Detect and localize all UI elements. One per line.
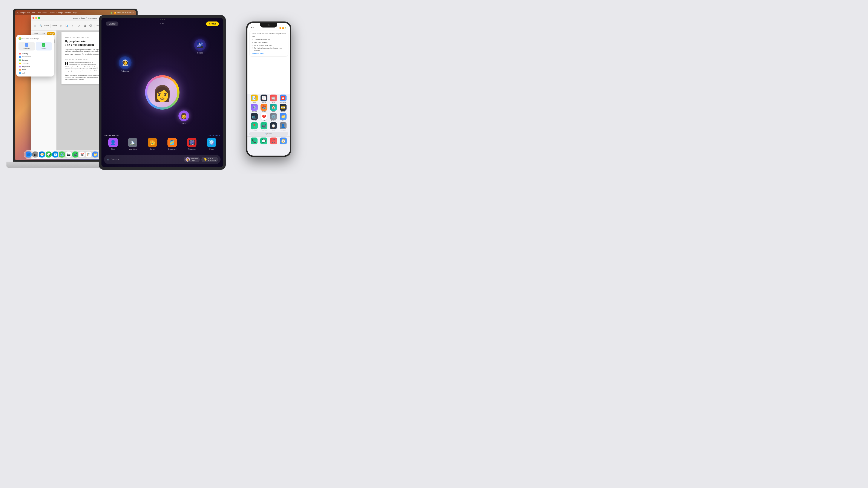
dock-safari[interactable]: 🧭 bbox=[279, 137, 288, 144]
menu-view[interactable]: View bbox=[37, 11, 41, 14]
tab-style[interactable]: Style bbox=[32, 32, 39, 35]
user-guide-link[interactable]: iPhone User Guide bbox=[252, 53, 286, 55]
app-health[interactable]: ❤️ Health bbox=[260, 113, 268, 121]
app-notes[interactable]: 📝 Notes bbox=[250, 95, 258, 103]
writing-tools-popup: Describe your change ✓ Proofread ↺ Rewri… bbox=[16, 35, 54, 76]
wt-option-concise[interactable]: Concise bbox=[19, 59, 52, 61]
dock-facetime[interactable]: 📹 bbox=[72, 152, 78, 158]
dock-mail[interactable]: 📧 bbox=[52, 152, 58, 158]
show-more-button[interactable]: SHOW MORE bbox=[208, 134, 221, 136]
menu-insert[interactable]: Insert bbox=[42, 11, 47, 14]
ipad-describe-input[interactable]: Describe bbox=[111, 158, 182, 161]
layla-label: Layla bbox=[181, 122, 186, 124]
space-avatar[interactable]: 🌌 Space bbox=[194, 39, 206, 54]
mac-menubar: ⌘ Pages File Edit View Insert Format Arr… bbox=[14, 10, 136, 15]
ipad-more-button[interactable] bbox=[160, 24, 164, 24]
wt-option-summary[interactable]: Summary bbox=[19, 62, 52, 65]
tab-arrange[interactable]: Arrange bbox=[47, 32, 55, 35]
wt-option-friendly[interactable]: Friendly bbox=[19, 52, 52, 55]
suggestion-mountains[interactable]: 🏔️ Mountains bbox=[128, 138, 137, 150]
app-wallet[interactable]: 💳 Wallet bbox=[279, 104, 287, 112]
ipad-create-button[interactable]: Create bbox=[206, 22, 219, 26]
dock-music[interactable]: 🎵 bbox=[269, 137, 278, 144]
wt-option-keypoints[interactable]: Key Points bbox=[19, 65, 52, 68]
dock-messages[interactable]: 💬 bbox=[45, 152, 52, 158]
person-label: PERSON bbox=[191, 158, 198, 159]
mac-menubar-right: 🔋 📶 Mon Jun 10 9:41 AM bbox=[110, 11, 134, 14]
layla-avatar[interactable]: 👩 Layla bbox=[178, 110, 189, 124]
app-appstore[interactable]: 🅰️ App Store bbox=[279, 95, 287, 103]
suggestion-fireworks[interactable]: 🎆 Fireworks bbox=[187, 138, 196, 150]
dock-reminders[interactable]: 📋 bbox=[86, 152, 92, 158]
wt-option-professional[interactable]: Professional bbox=[19, 56, 52, 58]
dock-finder[interactable]: 🔵 bbox=[26, 152, 32, 158]
app-news[interactable]: 📰 News bbox=[269, 95, 278, 103]
toolbar-table-btn[interactable]: ⊞ bbox=[58, 23, 63, 28]
app-podcasts[interactable]: 🎙️ Podcasts bbox=[250, 104, 258, 112]
dock-launchpad[interactable]: ⚏ bbox=[32, 152, 38, 158]
dock-photos[interactable]: 📷 bbox=[66, 152, 71, 158]
dock-maps[interactable]: 🗺️ bbox=[59, 152, 65, 158]
app-facetime[interactable]: 📹 FaceTime bbox=[260, 122, 268, 131]
dock-safari[interactable]: 🧭 bbox=[39, 152, 45, 158]
wt-option-list[interactable]: List bbox=[19, 71, 52, 74]
wt-rewrite-btn[interactable]: ↺ Rewrite bbox=[36, 42, 52, 51]
app-settings[interactable]: ⚙️ Settings bbox=[269, 113, 278, 121]
app-stocks[interactable]: 📈 Stocks bbox=[260, 95, 268, 103]
toolbar-view-group: ☰ 🔍 136%▾ bbox=[32, 23, 49, 28]
app-appletv[interactable]: 📺 Apple TV bbox=[250, 113, 258, 121]
suggestion-disco[interactable]: 🪩 Disco bbox=[207, 138, 216, 150]
suggestion-royalty[interactable]: 👑 Royalty bbox=[148, 138, 157, 150]
menu-format[interactable]: Format bbox=[49, 11, 55, 14]
suggestion-nikki[interactable]: 👤 Nikki bbox=[108, 138, 118, 150]
list-dot bbox=[19, 72, 21, 74]
fullscreen-button[interactable] bbox=[38, 17, 40, 19]
wt-table-label: Table bbox=[22, 69, 26, 71]
dock-calendar[interactable]: 📅 bbox=[79, 152, 85, 158]
dock-files[interactable]: 📁 bbox=[92, 152, 98, 158]
minimize-button[interactable] bbox=[35, 17, 37, 19]
music-dock-icon: 🎵 bbox=[270, 137, 277, 144]
app-home[interactable]: 🏠 Home bbox=[269, 104, 278, 112]
app-files[interactable]: 📁 Files bbox=[279, 113, 287, 121]
suggestion-sweatband[interactable]: 🎽 Sweatband bbox=[167, 138, 177, 150]
astronaut-avatar[interactable]: 👩‍🚀 Astronaut bbox=[119, 56, 131, 72]
status-icons: 📶 🛜 🔋 bbox=[279, 27, 286, 29]
toolbar-insert-btn[interactable]: Insert bbox=[52, 23, 57, 28]
app-books[interactable]: 📚 Books bbox=[260, 104, 268, 112]
step-num-1: 1 bbox=[252, 38, 253, 41]
ipad-person-pill[interactable]: 👩 PERSON Layla bbox=[184, 157, 200, 162]
more-dot-3 bbox=[163, 24, 164, 24]
close-button[interactable] bbox=[32, 17, 34, 19]
app-watch[interactable]: ⌚ Watch bbox=[269, 122, 278, 131]
menu-edit[interactable]: Edit bbox=[32, 11, 35, 14]
dock-messages[interactable]: 💬 bbox=[259, 137, 268, 144]
wt-option-table[interactable]: Table bbox=[19, 68, 52, 71]
app-findmy[interactable]: 📍 Find My bbox=[250, 122, 258, 131]
toolbar-view-btn[interactable]: ☰ bbox=[32, 23, 38, 28]
menu-arrange[interactable]: Arrange bbox=[56, 11, 63, 14]
toolbar-media-btn[interactable]: 🖼 bbox=[82, 23, 87, 28]
keypoints-dot bbox=[19, 66, 21, 67]
news-label: News bbox=[272, 102, 275, 103]
toolbar-text-btn[interactable]: T bbox=[70, 23, 75, 28]
menu-pages[interactable]: Pages bbox=[21, 11, 26, 14]
main-center-avatar[interactable]: 👩 bbox=[145, 75, 180, 109]
app-contacts[interactable]: 👤 Contacts bbox=[279, 122, 287, 131]
iphone-search-bar[interactable]: 🔍 Search bbox=[249, 132, 288, 136]
wt-concise-label: Concise bbox=[22, 59, 28, 61]
toolbar-shape-btn[interactable]: ⬡ bbox=[76, 23, 81, 28]
ipad-cancel-button[interactable]: Cancel bbox=[106, 22, 119, 26]
toolbar-comment-btn[interactable]: 💬 bbox=[88, 23, 93, 28]
ipad-style-pill[interactable]: ✨ STYLE Animation bbox=[202, 157, 218, 162]
menu-help[interactable]: Help bbox=[73, 11, 76, 14]
toolbar-chart-btn[interactable]: 📊 bbox=[64, 23, 69, 28]
wallet-label: Wallet bbox=[281, 111, 285, 112]
article-kicker: COGNITIVE SCIENCE COLUMN bbox=[65, 36, 89, 38]
toolbar-zoom-btn[interactable]: 🔍 bbox=[38, 23, 43, 28]
menu-window[interactable]: Window bbox=[64, 11, 71, 14]
tab-text[interactable]: Text bbox=[40, 32, 46, 35]
menu-file[interactable]: File bbox=[27, 11, 30, 14]
wt-proofread-btn[interactable]: ✓ Proofread bbox=[19, 42, 35, 51]
dock-phone[interactable]: 📞 bbox=[250, 137, 258, 144]
